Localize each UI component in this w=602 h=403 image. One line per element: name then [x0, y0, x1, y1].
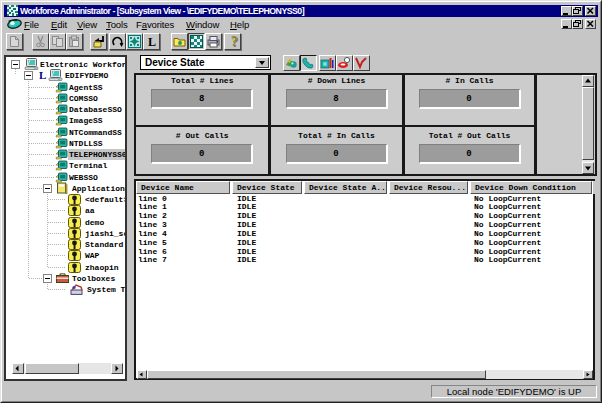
svg-text:?: ? — [231, 35, 238, 48]
svg-text:L: L — [148, 35, 156, 48]
